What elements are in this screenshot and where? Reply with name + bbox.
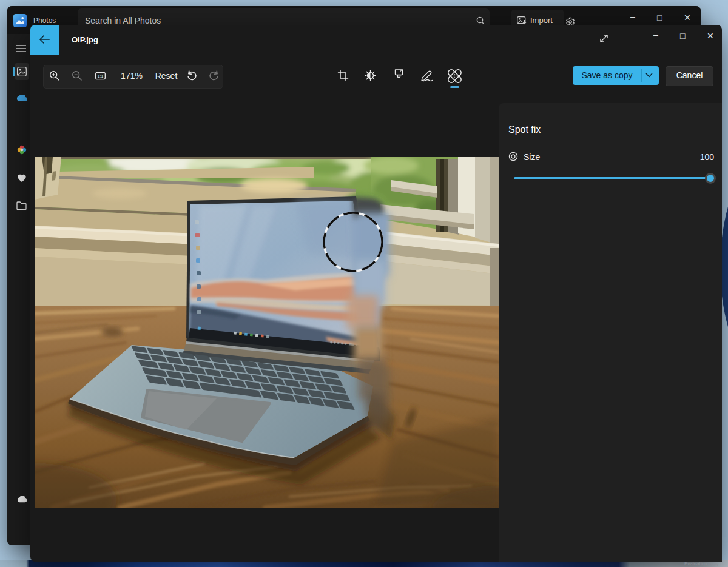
svg-text:1:1: 1:1 xyxy=(98,74,104,78)
